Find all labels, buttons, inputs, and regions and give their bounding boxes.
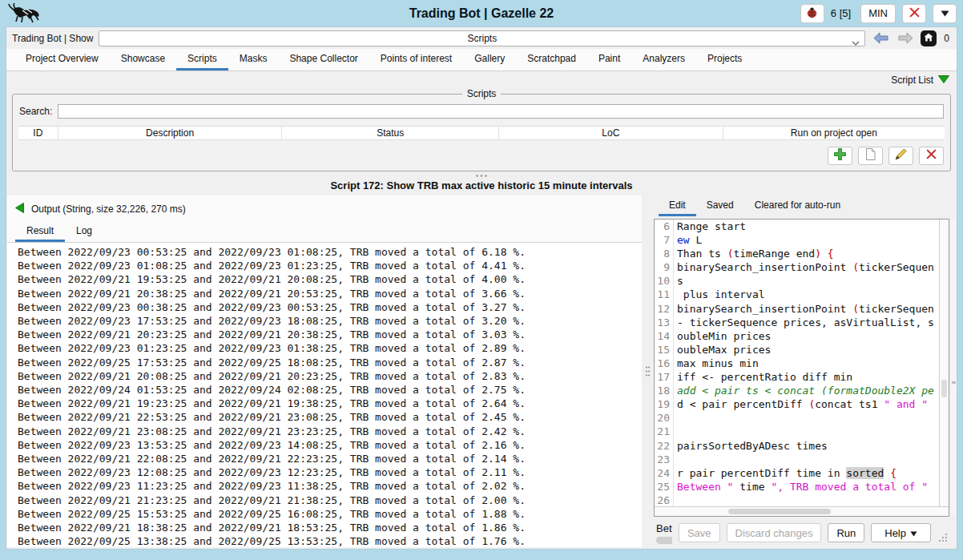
column-header-id[interactable]: ID: [18, 127, 58, 139]
save-button[interactable]: Save: [679, 523, 720, 542]
code-line: 8Than ts (timeRange end) {: [655, 247, 939, 260]
tab-showcase[interactable]: Showcase: [110, 49, 176, 71]
code-line: 13- tickerSequence prices, asVirtualList…: [655, 316, 939, 329]
line-number: 24: [655, 466, 674, 480]
line-number: 20: [655, 411, 674, 425]
home-button[interactable]: [921, 30, 937, 46]
delete-script-button[interactable]: [919, 147, 944, 165]
editor-horizontal-scrollbar[interactable]: [655, 506, 949, 516]
output-line: Between 2022/09/23 01:23:25 and 2022/09/…: [18, 341, 642, 355]
output-text-area[interactable]: Between 2022/09/23 00:53:25 and 2022/09/…: [7, 243, 642, 547]
editor-vertical-scrollbar[interactable]: [939, 220, 949, 506]
code-line: 11 plus interval: [655, 288, 939, 301]
help-button[interactable]: Help: [871, 523, 931, 542]
collapse-left-icon[interactable]: [15, 203, 24, 216]
bug-count-badge: 6 [5]: [831, 7, 854, 19]
forward-button[interactable]: [896, 30, 915, 46]
tab-points-of-interest[interactable]: Points of interest: [369, 49, 463, 71]
output-line: Between 2022/09/21 19:53:25 and 2022/09/…: [18, 272, 642, 286]
scope-combobox[interactable]: Scripts: [99, 30, 865, 46]
resize-grip[interactable]: [937, 531, 948, 546]
code-line-content: [674, 494, 939, 506]
code-line: 9binarySearch_insertionPoint (tickerSequ…: [655, 260, 939, 274]
editor-footer: Between 2022/09/2 Save Discard changes R…: [654, 517, 949, 547]
editor-tabs: EditSavedCleared for auto-run: [654, 195, 949, 216]
code-line-content: pairsSortedByADesc times: [674, 439, 939, 453]
output-tabs: ResultLog: [7, 221, 642, 243]
line-number: 13: [655, 316, 674, 329]
code-line-content: Range start: [674, 220, 939, 233]
editor-tab-saved[interactable]: Saved: [696, 195, 744, 216]
tab-analyzers[interactable]: Analyzers: [631, 49, 696, 71]
tab-paint[interactable]: Paint: [587, 49, 631, 71]
line-number: 17: [655, 370, 674, 384]
gazelle-logo-icon: [6, 2, 43, 25]
scripts-table-header: IDDescriptionStatusLoCRun on project ope…: [18, 126, 945, 140]
delete-x-icon: [925, 148, 937, 163]
scripts-panel: Scripts Search: IDDescriptionStatusLoCRu…: [12, 88, 951, 171]
line-number: 9: [655, 260, 674, 274]
tab-project-overview[interactable]: Project Overview: [14, 49, 110, 71]
script-header-title: Script 172: Show TRB max active historic…: [6, 179, 957, 192]
main-tabbar: Project OverviewShowcaseScriptsMasksShap…: [6, 49, 957, 71]
tab-scratchpad[interactable]: Scratchpad: [516, 49, 587, 71]
run-button[interactable]: Run: [828, 523, 864, 542]
edit-script-button[interactable]: [888, 147, 913, 165]
code-line: 18add < pair ts < concat (formatDouble2X…: [655, 384, 939, 397]
code-line-content: - tickerSequence prices, asVirtualList, …: [674, 316, 939, 329]
code-editor: 6Range start7ew L8Than ts (timeRange end…: [654, 219, 949, 517]
tab-projects[interactable]: Projects: [696, 49, 753, 71]
duplicate-script-button[interactable]: [858, 147, 883, 165]
tab-masks[interactable]: Masks: [228, 49, 279, 71]
output-tab-result[interactable]: Result: [15, 221, 65, 242]
discard-changes-button[interactable]: Discard changes: [727, 523, 822, 542]
line-number: 7: [655, 233, 674, 247]
output-line: Between 2022/09/25 13:38:25 and 2022/09/…: [18, 534, 642, 547]
line-number: 12: [655, 302, 674, 316]
column-header-status[interactable]: Status: [282, 127, 499, 139]
minimize-button[interactable]: MIN: [860, 4, 896, 23]
code-line: 24r pair percentDiff time in sorted {: [655, 466, 939, 480]
footer-status-text: Between 2022/09/2: [656, 522, 672, 534]
code-line-content: [674, 411, 939, 425]
line-number: 10: [655, 274, 674, 288]
editor-tab-cleared-for-auto-run[interactable]: Cleared for auto-run: [744, 195, 851, 216]
output-header-label: Output (String, size 32,226, 270 ms): [31, 203, 186, 215]
line-number: 14: [655, 329, 674, 343]
add-script-button[interactable]: [828, 147, 852, 165]
output-line: Between 2022/09/23 17:53:25 and 2022/09/…: [18, 314, 642, 328]
window-menu-button[interactable]: [933, 4, 957, 23]
code-line: 10s: [655, 274, 939, 288]
output-line: Between 2022/09/23 00:53:25 and 2022/09/…: [18, 245, 642, 259]
script-list-label: Script List: [891, 75, 933, 86]
column-header-run-on-project-open[interactable]: Run on project open: [723, 127, 945, 139]
tab-shape-collector[interactable]: Shape Collector: [278, 49, 369, 71]
code-line-content: add < pair ts < concat (formatDouble2X p…: [674, 384, 939, 397]
bug-report-button[interactable]: [800, 4, 824, 23]
horizontal-splitter[interactable]: [6, 171, 957, 179]
close-icon: [909, 6, 921, 21]
code-text-area[interactable]: 6Range start7ew L8Than ts (timeRange end…: [655, 220, 939, 506]
horizontal-scroll-thumb[interactable]: [728, 509, 831, 514]
tab-gallery[interactable]: Gallery: [463, 49, 516, 71]
tab-scripts[interactable]: Scripts: [176, 49, 228, 71]
vertical-splitter[interactable]: [642, 195, 654, 547]
output-tab-log[interactable]: Log: [65, 221, 103, 242]
line-number: 6: [655, 220, 674, 233]
back-button[interactable]: [871, 30, 890, 46]
code-line-content: [674, 453, 939, 466]
help-button-label: Help: [884, 527, 906, 539]
column-header-loc[interactable]: LoC: [499, 127, 723, 139]
editor-tab-edit[interactable]: Edit: [659, 195, 696, 216]
code-line: 14oubleMin prices: [655, 329, 939, 343]
code-line-content: binarySearch_insertionPoint (tickerSeque…: [674, 260, 939, 274]
nav-counter: 0: [942, 33, 951, 44]
search-input[interactable]: [58, 104, 944, 119]
scope-combobox-value: Scripts: [468, 33, 498, 44]
script-list-dropdown-icon[interactable]: [938, 75, 949, 86]
column-header-description[interactable]: Description: [58, 127, 283, 139]
output-line: Between 2022/09/23 11:23:25 and 2022/09/…: [18, 479, 642, 493]
vertical-scroll-thumb[interactable]: [941, 380, 947, 397]
code-line: 23: [655, 453, 939, 466]
close-button[interactable]: [902, 4, 926, 23]
